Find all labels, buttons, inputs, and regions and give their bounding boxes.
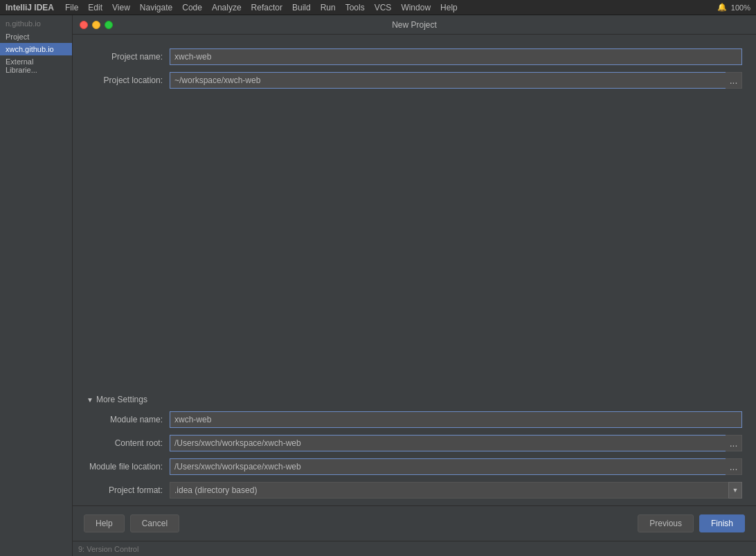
more-settings-toggle[interactable]: ▼ More Settings: [87, 395, 742, 404]
dialog-title-bar: New Project: [73, 15, 756, 35]
status-bar: 9: Version Control: [73, 541, 756, 556]
menu-edit[interactable]: Edit: [84, 1, 107, 14]
notification-icon[interactable]: 🔔: [717, 3, 727, 12]
app-name: IntelliJ IDEA: [6, 3, 54, 12]
project-format-row: Project format: .idea (directory based) …: [87, 482, 742, 499]
menu-window[interactable]: Window: [397, 1, 435, 14]
footer-right-buttons: Previous Finish: [638, 514, 745, 532]
menu-file[interactable]: File: [61, 1, 82, 14]
module-file-location-input[interactable]: [170, 458, 726, 475]
project-format-select-wrapper: .idea (directory based) ▼: [170, 482, 742, 499]
sidebar-item-libraries[interactable]: External Librarie...: [0, 55, 72, 76]
menu-analyze[interactable]: Analyze: [208, 1, 246, 14]
dialog-title: New Project: [392, 20, 437, 30]
menu-build[interactable]: Build: [288, 1, 315, 14]
project-name-input[interactable]: [170, 48, 742, 65]
menu-navigate[interactable]: Navigate: [136, 1, 177, 14]
content-root-label: Content root:: [87, 438, 170, 448]
sidebar-header: n.github.io: [0, 15, 72, 30]
module-name-row: Module name:: [87, 411, 742, 428]
menu-run[interactable]: Run: [316, 1, 340, 14]
sidebar: n.github.io Project xwch.github.io Exter…: [0, 15, 73, 556]
content-root-browse-button[interactable]: ...: [726, 435, 742, 451]
content-root-input-group: ...: [170, 435, 742, 451]
project-location-input-group: ...: [170, 72, 742, 89]
dialog-area: New Project Project name: Project locati…: [73, 15, 756, 556]
dialog-content: Project name: Project location: ... ▼ Mo…: [73, 35, 756, 505]
status-bar-text: 9: Version Control: [78, 545, 138, 553]
traffic-lights: [80, 21, 113, 29]
project-name-label: Project name:: [87, 52, 170, 62]
project-location-input[interactable]: [170, 72, 726, 89]
cancel-button[interactable]: Cancel: [130, 514, 179, 532]
previous-button[interactable]: Previous: [638, 514, 694, 532]
module-name-input[interactable]: [170, 411, 742, 428]
sidebar-item-xwch[interactable]: xwch.github.io: [0, 43, 72, 55]
project-name-row: Project name:: [87, 48, 742, 65]
project-format-label: Project format:: [87, 485, 170, 495]
menu-bar: IntelliJ IDEA File Edit View Navigate Co…: [0, 0, 756, 15]
dialog-footer: Help Cancel Previous Finish: [73, 505, 756, 541]
module-file-location-label: Module file location:: [87, 462, 170, 472]
menu-view[interactable]: View: [108, 1, 134, 14]
module-file-location-row: Module file location: ...: [87, 458, 742, 475]
sidebar-item-project[interactable]: Project: [0, 30, 72, 43]
menu-help[interactable]: Help: [436, 1, 462, 14]
close-button[interactable]: [80, 21, 88, 29]
more-settings-label: More Settings: [96, 395, 147, 404]
project-location-row: Project location: ...: [87, 72, 742, 89]
module-name-label: Module name:: [87, 415, 170, 424]
more-settings-arrow-icon: ▼: [87, 396, 93, 404]
project-format-select[interactable]: .idea (directory based): [170, 482, 742, 499]
footer-left-buttons: Help Cancel: [84, 514, 179, 532]
project-location-label: Project location:: [87, 75, 170, 85]
content-root-row: Content root: ...: [87, 435, 742, 451]
help-button[interactable]: Help: [84, 514, 125, 532]
minimize-button[interactable]: [92, 21, 100, 29]
maximize-button[interactable]: [105, 21, 113, 29]
project-location-browse-button[interactable]: ...: [726, 72, 742, 89]
menu-refactor[interactable]: Refactor: [247, 1, 287, 14]
content-root-input[interactable]: [170, 435, 726, 451]
menu-code[interactable]: Code: [178, 1, 206, 14]
menu-vcs[interactable]: VCS: [370, 1, 396, 14]
menu-tools[interactable]: Tools: [341, 1, 369, 14]
finish-button[interactable]: Finish: [699, 514, 745, 532]
main-layout: n.github.io Project xwch.github.io Exter…: [0, 15, 756, 556]
module-file-location-browse-button[interactable]: ...: [726, 458, 742, 475]
menu-bar-right: 🔔 100%: [717, 3, 750, 12]
module-file-location-input-group: ...: [170, 458, 742, 475]
battery-status: 100%: [731, 3, 750, 12]
